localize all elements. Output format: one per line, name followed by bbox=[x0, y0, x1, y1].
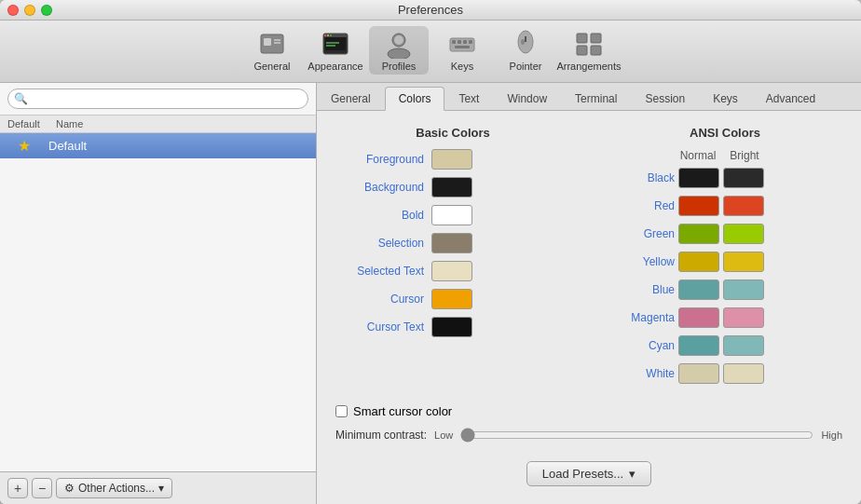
background-label[interactable]: Background bbox=[335, 181, 424, 194]
minimum-contrast-label: Minimum contrast: bbox=[335, 429, 427, 442]
close-button[interactable] bbox=[7, 5, 19, 16]
svg-point-23 bbox=[521, 39, 525, 45]
svg-rect-19 bbox=[469, 40, 472, 44]
toolbar-item-pointer[interactable]: Pointer bbox=[496, 26, 555, 75]
ansi-blue-normal-swatch[interactable] bbox=[678, 279, 719, 300]
window-title: Preferences bbox=[398, 3, 463, 17]
tab-general[interactable]: General bbox=[317, 87, 385, 111]
color-row-selected-text: Selected Text bbox=[335, 261, 570, 281]
bold-label[interactable]: Bold bbox=[335, 209, 424, 222]
foreground-swatch[interactable] bbox=[431, 149, 472, 170]
toolbar-item-profiles[interactable]: Profiles bbox=[369, 26, 429, 75]
ansi-magenta-bright-swatch[interactable] bbox=[723, 307, 764, 328]
toolbar-item-keys[interactable]: Keys bbox=[432, 26, 492, 75]
ansi-red-label[interactable]: Red bbox=[608, 199, 675, 212]
ansi-header: Normal Bright bbox=[608, 149, 842, 162]
panel: General Colors Text Window Terminal Sess… bbox=[317, 83, 861, 504]
svg-point-13 bbox=[388, 48, 410, 59]
ansi-magenta-normal-swatch[interactable] bbox=[678, 307, 719, 328]
profile-name: Default bbox=[48, 139, 308, 153]
bold-swatch[interactable] bbox=[431, 205, 472, 225]
ansi-blue-bright-swatch[interactable] bbox=[723, 279, 764, 300]
colors-grid: Basic Colors Foreground Background Bold bbox=[335, 126, 842, 391]
ansi-row-black: Black bbox=[608, 168, 842, 188]
search-input[interactable] bbox=[7, 89, 308, 109]
tab-text[interactable]: Text bbox=[444, 87, 493, 111]
toolbar-item-appearance[interactable]: Appearance bbox=[306, 26, 365, 75]
add-profile-button[interactable]: + bbox=[7, 478, 28, 498]
remove-profile-button[interactable]: − bbox=[32, 478, 52, 498]
ansi-red-normal-swatch[interactable] bbox=[678, 196, 719, 216]
ansi-white-label[interactable]: White bbox=[608, 367, 675, 380]
ansi-cyan-bright-swatch[interactable] bbox=[723, 335, 764, 356]
toolbar-label-profiles: Profiles bbox=[382, 61, 417, 72]
load-presets-button[interactable]: Load Presets... ▾ bbox=[526, 461, 651, 486]
toolbar-item-arrangements[interactable]: Arrangements bbox=[559, 26, 619, 75]
selected-text-label[interactable]: Selected Text bbox=[335, 265, 424, 278]
ansi-green-label[interactable]: Green bbox=[608, 227, 675, 240]
ansi-row-magenta: Magenta bbox=[608, 307, 842, 328]
ansi-black-normal-swatch[interactable] bbox=[678, 168, 719, 188]
svg-rect-18 bbox=[463, 40, 467, 44]
ansi-bright-header: Bright bbox=[721, 149, 768, 162]
ansi-yellow-normal-swatch[interactable] bbox=[678, 252, 719, 272]
toolbar-label-general: General bbox=[253, 61, 290, 72]
maximize-button[interactable] bbox=[41, 5, 52, 16]
ansi-white-bright-swatch[interactable] bbox=[723, 363, 764, 384]
tab-window[interactable]: Window bbox=[493, 87, 561, 111]
ansi-magenta-label[interactable]: Magenta bbox=[608, 311, 675, 324]
default-star-icon: ★ bbox=[7, 137, 41, 155]
ansi-blue-label[interactable]: Blue bbox=[608, 283, 675, 296]
tab-colors[interactable]: Colors bbox=[385, 87, 445, 111]
other-actions-arrow-icon: ▾ bbox=[158, 482, 164, 495]
search-bar: 🔍 bbox=[0, 83, 316, 116]
ansi-yellow-bright-swatch[interactable] bbox=[723, 252, 764, 272]
profile-item-default[interactable]: ★ Default bbox=[0, 133, 316, 158]
tab-terminal[interactable]: Terminal bbox=[561, 87, 631, 111]
ansi-black-bright-swatch[interactable] bbox=[723, 168, 764, 188]
ansi-red-bright-swatch[interactable] bbox=[723, 196, 764, 216]
ansi-green-bright-swatch[interactable] bbox=[723, 224, 764, 244]
cursor-text-label[interactable]: Cursor Text bbox=[335, 320, 424, 334]
cursor-swatch[interactable] bbox=[431, 289, 472, 309]
tab-keys[interactable]: Keys bbox=[699, 87, 752, 111]
selected-text-swatch[interactable] bbox=[431, 261, 472, 281]
minimize-button[interactable] bbox=[24, 5, 35, 16]
ansi-normal-header: Normal bbox=[675, 149, 721, 162]
smart-cursor-checkbox[interactable] bbox=[335, 405, 348, 417]
selection-label[interactable]: Selection bbox=[335, 237, 424, 250]
foreground-label[interactable]: Foreground bbox=[335, 153, 424, 166]
toolbar-item-general[interactable]: General bbox=[242, 26, 302, 75]
tab-advanced[interactable]: Advanced bbox=[752, 87, 829, 111]
toolbar-label-arrangements: Arrangements bbox=[556, 61, 621, 72]
contrast-slider[interactable] bbox=[460, 428, 813, 443]
toolbar-label-keys: Keys bbox=[451, 61, 473, 72]
ansi-black-label[interactable]: Black bbox=[608, 171, 675, 184]
other-actions-button[interactable]: ⚙ Other Actions... ▾ bbox=[56, 478, 172, 498]
ansi-yellow-label[interactable]: Yellow bbox=[608, 255, 675, 268]
background-swatch[interactable] bbox=[431, 177, 472, 198]
ansi-row-red: Red bbox=[608, 196, 842, 216]
svg-point-14 bbox=[394, 35, 403, 45]
basic-colors-section: Basic Colors Foreground Background Bold bbox=[335, 126, 570, 391]
svg-rect-17 bbox=[458, 40, 461, 44]
cursor-text-swatch[interactable] bbox=[431, 317, 472, 337]
svg-point-9 bbox=[330, 34, 332, 36]
ansi-row-yellow: Yellow bbox=[608, 252, 842, 272]
selection-swatch[interactable] bbox=[431, 233, 472, 253]
ansi-cyan-normal-swatch[interactable] bbox=[678, 335, 719, 356]
svg-rect-25 bbox=[591, 34, 601, 43]
tab-session[interactable]: Session bbox=[631, 87, 699, 111]
color-row-bold: Bold bbox=[335, 205, 570, 225]
ansi-green-normal-swatch[interactable] bbox=[678, 224, 719, 244]
svg-rect-27 bbox=[591, 46, 601, 55]
arrangements-icon bbox=[574, 29, 604, 59]
ansi-row-cyan: Cyan bbox=[608, 335, 842, 356]
load-presets-row: Load Presets... ▾ bbox=[335, 461, 842, 486]
svg-point-8 bbox=[327, 34, 329, 36]
svg-point-7 bbox=[324, 34, 326, 36]
cursor-label[interactable]: Cursor bbox=[335, 293, 424, 306]
ansi-cyan-label[interactable]: Cyan bbox=[608, 339, 675, 352]
ansi-white-normal-swatch[interactable] bbox=[678, 363, 719, 384]
svg-rect-6 bbox=[323, 34, 348, 37]
